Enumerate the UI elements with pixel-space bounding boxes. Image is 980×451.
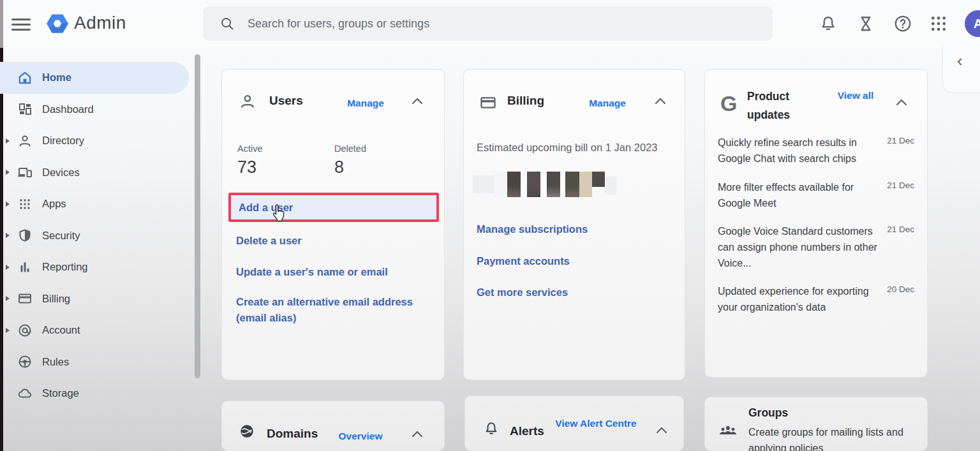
top-bar: Admin A xyxy=(0,0,980,48)
billing-card: Billing Manage Estimated upcoming bill o… xyxy=(463,69,685,380)
sidebar-item-billing[interactable]: Billing xyxy=(0,283,203,315)
deleted-users-value: 8 xyxy=(334,158,344,177)
expand-arrow-icon[interactable] xyxy=(6,296,10,301)
update-date: 21 Dec xyxy=(887,223,914,271)
domains-card: Domains Overview xyxy=(221,401,445,451)
update-text: Quickly refine search results in Google … xyxy=(718,135,877,166)
sidebar-item-label: Home xyxy=(42,71,71,84)
update-user-link[interactable]: Update a user's name or email xyxy=(236,264,388,280)
groups-card: Groups Create groups for mailing lists a… xyxy=(704,397,928,451)
product-update-item[interactable]: Google Voice Standard customers can assi… xyxy=(718,223,914,271)
sidebar-item-apps[interactable]: Apps xyxy=(0,188,203,220)
credit-card-icon xyxy=(479,94,497,112)
billing-estimate-text: Estimated upcoming bill on 1 Jan 2023 xyxy=(477,140,672,156)
admin-console: Admin A xyxy=(0,0,980,451)
dashboard-icon xyxy=(17,101,33,117)
cloud-icon xyxy=(17,385,33,402)
sidebar-item-directory[interactable]: Directory xyxy=(0,125,203,157)
sidebar-item-reporting[interactable]: Reporting xyxy=(0,251,203,283)
credit-card-icon xyxy=(17,290,33,307)
collapse-chevron-icon[interactable] xyxy=(411,429,424,438)
card-title: Product updates xyxy=(747,87,824,124)
expand-arrow-icon[interactable] xyxy=(6,265,10,270)
deleted-users-label: Deleted xyxy=(334,144,366,154)
add-user-link[interactable]: Add a user xyxy=(228,193,439,222)
sidebar-item-label: Storage xyxy=(42,387,79,399)
collapse-chevron-icon[interactable] xyxy=(895,98,908,107)
expand-arrow-icon[interactable] xyxy=(6,170,10,175)
domains-overview-link[interactable]: Overview xyxy=(325,428,396,444)
manage-billing-link[interactable]: Manage xyxy=(572,95,642,111)
create-alias-link[interactable]: Create an alternative email address (ema… xyxy=(236,294,427,326)
collapse-chevron-icon[interactable] xyxy=(655,425,668,434)
sidebar-item-label: Reporting xyxy=(42,261,88,273)
sidebar-item-label: Account xyxy=(42,324,80,336)
sidebar-item-label: Billing xyxy=(42,293,70,305)
card-title: Alerts xyxy=(510,424,544,438)
product-update-item[interactable]: Quickly refine search results in Google … xyxy=(718,135,914,166)
google-g-icon: G xyxy=(720,91,737,116)
tasks-hourglass-icon[interactable] xyxy=(856,14,875,33)
rules-wheel-icon xyxy=(17,353,33,370)
sidebar-item-storage[interactable]: Storage xyxy=(0,378,203,410)
search-input[interactable] xyxy=(246,17,773,31)
view-alert-centre-link[interactable]: View Alert Centre xyxy=(554,415,637,432)
sidebar-item-devices[interactable]: Devices xyxy=(0,157,203,189)
delete-user-link[interactable]: Delete a user xyxy=(236,233,302,249)
alerts-card: Alerts View Alert Centre xyxy=(464,396,684,451)
search-icon xyxy=(219,16,235,31)
card-title: Users xyxy=(269,94,303,108)
chevron-left-icon: ‹ xyxy=(957,51,963,71)
groups-icon xyxy=(718,423,738,438)
home-icon xyxy=(17,70,33,86)
avatar[interactable]: A xyxy=(965,10,980,37)
devices-icon xyxy=(17,164,33,181)
manage-users-link[interactable]: Manage xyxy=(330,95,401,111)
update-date: 20 Dec xyxy=(887,283,914,315)
collapse-chevron-icon[interactable] xyxy=(411,96,424,105)
expand-arrow-icon[interactable] xyxy=(6,138,10,144)
update-date: 21 Dec xyxy=(887,135,914,166)
notifications-bell-icon[interactable] xyxy=(819,14,838,33)
collapse-panel-button[interactable]: ‹ xyxy=(942,45,980,92)
search-bar[interactable] xyxy=(203,6,773,41)
update-text: Google Voice Standard customers can assi… xyxy=(718,223,877,271)
help-icon[interactable] xyxy=(893,14,912,33)
sidebar-item-dashboard[interactable]: Dashboard xyxy=(0,94,203,126)
alerts-bell-icon xyxy=(483,420,500,437)
globe-icon xyxy=(239,423,255,440)
sidebar-item-security[interactable]: Security xyxy=(0,220,203,252)
expand-arrow-icon[interactable] xyxy=(6,328,10,333)
person-icon xyxy=(17,133,33,149)
product-update-item[interactable]: More filter effects available for Google… xyxy=(718,179,914,211)
collapse-chevron-icon[interactable] xyxy=(654,96,667,105)
brand-name: Admin xyxy=(74,13,126,33)
sidebar-item-home[interactable]: Home xyxy=(0,62,189,94)
active-users-label: Active xyxy=(237,144,263,154)
sidebar-nav: Home Dashboard Directory Devices xyxy=(0,62,203,410)
update-date: 21 Dec xyxy=(887,179,914,211)
google-admin-logo-icon xyxy=(42,8,73,39)
sidebar-item-label: Security xyxy=(42,230,80,242)
sidebar-item-rules[interactable]: Rules xyxy=(0,346,203,378)
apps-grid-icon[interactable] xyxy=(929,14,948,33)
sidebar-item-label: Dashboard xyxy=(42,103,94,115)
payment-accounts-link[interactable]: Payment accounts xyxy=(477,253,570,269)
sidebar-scrollbar[interactable] xyxy=(195,54,200,378)
groups-description: Create groups for mailing lists and appl… xyxy=(748,424,916,451)
product-updates-card: G Product updates View all Quickly refin… xyxy=(704,69,928,378)
manage-subscriptions-link[interactable]: Manage subscriptions xyxy=(477,221,588,237)
sidebar-item-account[interactable]: Account xyxy=(0,314,203,346)
add-user-label: Add a user xyxy=(239,202,293,214)
redacted-bill-amount xyxy=(473,172,616,197)
expand-arrow-icon[interactable] xyxy=(6,202,10,207)
product-update-item[interactable]: Updated experience for exporting your or… xyxy=(718,283,914,315)
card-title: Billing xyxy=(507,94,544,108)
at-sign-icon xyxy=(17,322,33,339)
card-title: Groups xyxy=(748,406,788,420)
expand-arrow-icon[interactable] xyxy=(6,233,10,238)
menu-icon[interactable] xyxy=(11,15,31,32)
get-more-services-link[interactable]: Get more services xyxy=(477,285,568,300)
apps-dots-icon xyxy=(17,196,33,212)
view-all-link[interactable]: View all xyxy=(830,87,881,103)
